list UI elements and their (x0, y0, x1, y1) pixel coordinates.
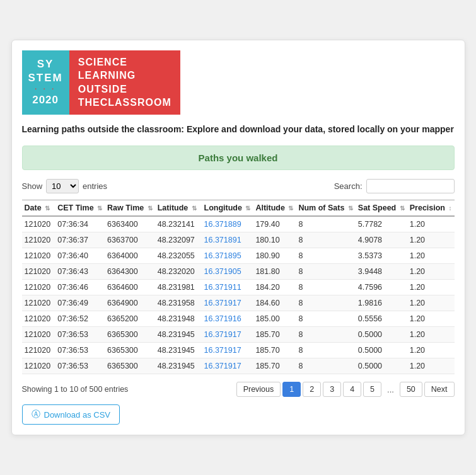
page-1-button[interactable]: 1 (282, 382, 301, 397)
table-cell: 1.20 (407, 232, 455, 248)
logo-year: 2020 (32, 93, 59, 107)
page-5-button[interactable]: 5 (363, 382, 381, 397)
page-2-button[interactable]: 2 (303, 382, 321, 397)
page-4-button[interactable]: 4 (343, 382, 361, 397)
table-cell[interactable]: 16.371889 (202, 216, 253, 232)
table-cell: 48.231945 (155, 327, 202, 343)
table-cell: 48.232020 (155, 264, 202, 280)
show-entries-group: Show 10 25 50 100 entries (22, 179, 108, 193)
table-cell: 1.20 (407, 311, 455, 327)
col-sat-speed[interactable]: Sat Speed ⇅ (356, 200, 407, 217)
table-cell: 07:36:40 (55, 248, 105, 264)
table-cell: 6364300 (105, 264, 155, 280)
table-cell: 48.232141 (155, 216, 202, 232)
table-row: 12102007:36:43636430048.23202016.3719051… (22, 264, 455, 280)
entries-select[interactable]: 10 25 50 100 (46, 179, 79, 193)
table-cell: 07:36:53 (55, 343, 105, 358)
search-input[interactable] (366, 179, 455, 193)
table-cell: 8 (296, 216, 355, 232)
show-label: Show (22, 181, 43, 191)
table-cell: 07:36:37 (55, 232, 105, 248)
table-cell: 1.20 (407, 358, 455, 374)
table-cell: 1.20 (407, 343, 455, 358)
search-label: Search: (334, 181, 363, 191)
table-cell: 180.10 (253, 232, 296, 248)
table-cell: 185.70 (253, 327, 296, 343)
table-cell: 4.9078 (356, 232, 407, 248)
table-cell: 6365300 (105, 343, 155, 358)
ellipsis: ... (383, 382, 398, 397)
table-cell: 5.7782 (356, 216, 407, 232)
table-cell[interactable]: 16.371916 (202, 311, 253, 327)
table-cell: 121020 (22, 311, 55, 327)
table-cell: 8 (296, 280, 355, 295)
table-row: 12102007:36:49636490048.23195816.3719171… (22, 295, 455, 311)
table-cell: 6363700 (105, 232, 155, 248)
table-cell: 6364000 (105, 248, 155, 264)
table-cell: 07:36:53 (55, 327, 105, 343)
table-cell: 1.20 (407, 327, 455, 343)
logo-stem: STEM (28, 71, 63, 85)
table-cell[interactable]: 16.371905 (202, 264, 253, 280)
col-altitude[interactable]: Altitude ⇅ (253, 200, 296, 217)
table-row: 12102007:36:40636400048.23205516.3718951… (22, 248, 455, 264)
table-cell: 07:36:43 (55, 264, 105, 280)
table-cell: 6365300 (105, 358, 155, 374)
table-cell[interactable]: 16.371911 (202, 280, 253, 295)
col-longitude[interactable]: Longitude ⇅ (202, 200, 253, 217)
table-row: 12102007:36:52636520048.23194816.3719161… (22, 311, 455, 327)
table-cell: 48.232097 (155, 232, 202, 248)
col-date[interactable]: Date ⇅ (22, 200, 55, 217)
table-cell: 185.70 (253, 358, 296, 374)
table-cell: 121020 (22, 280, 55, 295)
table-cell: 1.20 (407, 216, 455, 232)
table-body: 12102007:36:34636340048.23214116.3718891… (22, 216, 455, 374)
logo-text: SCIENCE LEARNING OUTSIDE THECLASSROOM (78, 55, 171, 110)
page-3-button[interactable]: 3 (323, 382, 341, 397)
table-cell[interactable]: 16.371917 (202, 358, 253, 374)
table-cell: 181.80 (253, 264, 296, 280)
table-cell: 180.90 (253, 248, 296, 264)
table-cell[interactable]: 16.371917 (202, 295, 253, 311)
col-raw-time[interactable]: Raw Time ⇅ (105, 200, 155, 217)
table-cell: 07:36:34 (55, 216, 105, 232)
table-cell: 1.20 (407, 280, 455, 295)
table-cell[interactable]: 16.371917 (202, 327, 253, 343)
logo-right: SCIENCE LEARNING OUTSIDE THECLASSROOM (69, 50, 180, 115)
table-row: 12102007:36:46636460048.23198116.3719111… (22, 280, 455, 295)
table-cell: 184.60 (253, 295, 296, 311)
col-num-sats[interactable]: Num of Sats ⇅ (296, 200, 355, 217)
entries-label: entries (83, 181, 107, 191)
col-precision[interactable]: Precision ↕ (407, 200, 455, 217)
table-cell: 121020 (22, 295, 55, 311)
table-cell: 3.9448 (356, 264, 407, 280)
table-cell: 8 (296, 264, 355, 280)
table-cell: 6364600 (105, 280, 155, 295)
showing-text: Showing 1 to 10 of 500 entries (22, 385, 129, 394)
table-cell: 121020 (22, 327, 55, 343)
table-cell: 3.5373 (356, 248, 407, 264)
table-cell: 07:36:53 (55, 358, 105, 374)
download-icon: Ⓐ (32, 409, 40, 420)
next-button[interactable]: Next (424, 382, 455, 397)
download-csv-button[interactable]: Ⓐ Download as CSV (22, 404, 120, 425)
previous-button[interactable]: Previous (236, 382, 281, 397)
table-cell: 8 (296, 358, 355, 374)
page-50-button[interactable]: 50 (400, 382, 422, 397)
table-cell: 48.231981 (155, 280, 202, 295)
table-cell: 121020 (22, 343, 55, 358)
table-cell: 179.40 (253, 216, 296, 232)
table-cell[interactable]: 16.371917 (202, 343, 253, 358)
table-cell[interactable]: 16.371891 (202, 232, 253, 248)
col-latitude[interactable]: Latitude ⇅ (155, 200, 202, 217)
search-area: Search: (334, 179, 455, 193)
pagination: Previous 1 2 3 4 5 ... 50 Next (236, 382, 455, 397)
table-cell[interactable]: 16.371895 (202, 248, 253, 264)
table-header-row: Date ⇅ CET Time ⇅ Raw Time ⇅ Latitude ⇅ … (22, 200, 455, 217)
table-cell: 07:36:49 (55, 295, 105, 311)
table-cell: 4.7596 (356, 280, 407, 295)
table-cell: 8 (296, 248, 355, 264)
main-container: SY STEM · · · 2020 SCIENCE LEARNING OUTS… (11, 40, 465, 436)
download-label: Download as CSV (44, 410, 111, 420)
col-cet-time[interactable]: CET Time ⇅ (55, 200, 105, 217)
